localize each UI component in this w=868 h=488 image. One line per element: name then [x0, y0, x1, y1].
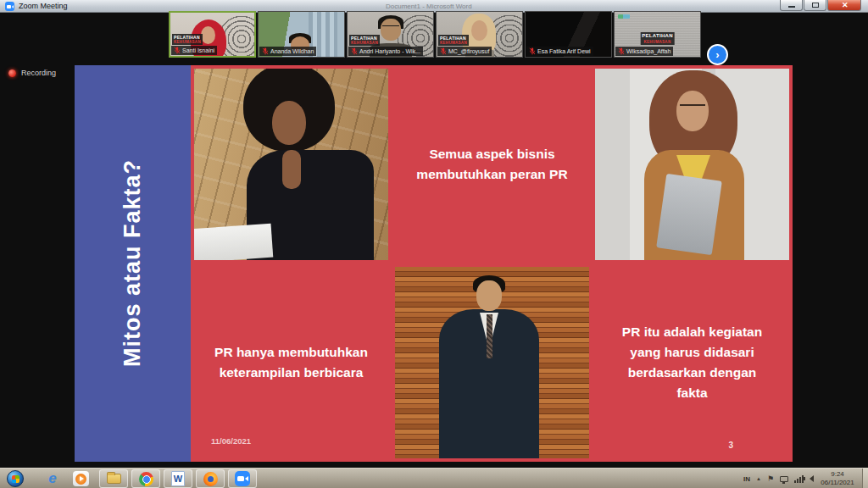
mic-muted-icon [529, 47, 536, 55]
internet-explorer-button[interactable]: e [42, 470, 63, 487]
recording-indicator: Recording [8, 69, 56, 77]
slide-card-text: PR hanya membutuhkan keterampilan berbic… [213, 342, 370, 383]
mic-muted-icon [618, 47, 625, 55]
start-button[interactable] [7, 470, 24, 487]
virtual-bg-badge: PELATIHANKEHUMASAN [172, 34, 203, 45]
slide-date: 11/06/2021 [211, 435, 251, 448]
slide-card-1: Semua aspek bisnis membutuhkan peran PR [392, 65, 593, 263]
next-participants-button[interactable]: › [707, 44, 728, 65]
participant-tile-wiksadipa[interactable]: PELATIHANKEHUMASAN Wiksadipa_Affah [614, 11, 701, 58]
background-window-title: Document1 - Microsoft Word [386, 3, 472, 10]
window-title: Zoom Meeting [19, 2, 68, 10]
participant-tile-mc[interactable]: PELATIHANKEHUMASAN MC_@firoyusuf [436, 11, 523, 58]
window-titlebar: Zoom Meeting Document1 - Microsoft Word … [0, 0, 868, 13]
firefox-button[interactable] [196, 469, 225, 488]
participant-name-label: Ananda Wildhan [259, 47, 316, 56]
media-player-button[interactable] [73, 471, 89, 486]
slide-title: Mitos atau Fakta? [120, 159, 146, 367]
maximize-icon [812, 3, 819, 8]
windows-taskbar: e W IN ▲ ⚑ 9:24 06/11/2021 [0, 468, 868, 488]
folder-icon [107, 474, 121, 484]
minimize-button[interactable] [780, 0, 803, 11]
zoom-app-icon [5, 2, 14, 11]
mic-muted-icon [174, 47, 181, 54]
file-explorer-button[interactable] [99, 469, 128, 488]
minimize-icon [788, 6, 795, 8]
slide-page-number: 3 [728, 439, 733, 452]
slide-card-3: PR itu adalah kegiatan yang harus didasa… [592, 263, 793, 462]
participant-name-label: Santi Isnaini [171, 46, 217, 55]
chrome-button[interactable] [131, 469, 160, 488]
slide-card-text: Semua aspek bisnis membutuhkan peran PR [414, 144, 570, 185]
media-player-icon [75, 474, 86, 485]
firefox-icon [203, 472, 218, 486]
recording-label: Recording [21, 69, 56, 77]
slide-card-text: PR itu adalah kegiatan yang harus didasa… [614, 322, 771, 403]
participant-tile-santi[interactable]: PELATIHANKEHUMASAN Santi Isnaini [169, 11, 256, 58]
close-icon: ✕ [842, 1, 849, 9]
zoom-icon [235, 471, 250, 486]
taskbar-clock[interactable]: 9:24 06/11/2021 [815, 470, 860, 487]
clock-time: 9:24 [815, 470, 860, 479]
slide-photo-cell [191, 65, 392, 263]
slide-photo-cell [392, 263, 593, 462]
participant-name-label: Wiksadipa_Affah [615, 47, 673, 56]
windows-logo-icon [12, 475, 19, 483]
show-desktop-button[interactable] [862, 469, 868, 488]
word-icon: W [171, 471, 185, 486]
system-tray: IN ▲ ⚑ [743, 469, 814, 488]
participant-tile-andri[interactable]: PELATIHANKEHUMASAN Andri Hariyanto - Wik… [347, 11, 434, 58]
chevron-right-icon: › [715, 49, 719, 60]
participant-name-label: Esa Fatika Arif Dewi [526, 47, 593, 56]
word-button[interactable]: W [164, 469, 192, 488]
participant-name-label: MC_@firoyusuf [437, 47, 492, 56]
close-button[interactable]: ✕ [827, 0, 861, 11]
maximize-button[interactable] [804, 0, 826, 11]
participant-tile-esa[interactable]: Esa Fatika Arif Dewi [525, 11, 612, 58]
mic-muted-icon [440, 47, 447, 55]
mic-muted-icon [262, 47, 269, 55]
language-indicator[interactable]: IN [743, 475, 750, 483]
virtual-bg-badge: PELATIHANKEHUMASAN [640, 32, 675, 45]
participant-tile-ananda[interactable]: Ananda Wildhan [258, 11, 345, 58]
volume-icon[interactable] [810, 475, 814, 482]
slide-photo-cell [592, 65, 793, 263]
zoom-taskbar-button[interactable] [228, 469, 257, 488]
photo-businesswoman-afro [194, 69, 388, 260]
zoom-meeting-window: PELATIHANKEHUMASAN Santi Isnaini Ananda … [0, 13, 868, 468]
virtual-background-logo [618, 14, 630, 19]
photo-businessman-suit [395, 267, 589, 458]
shared-screen-slide: Mitos atau Fakta? Semua aspek bisnis mem… [75, 65, 793, 462]
network-icon[interactable] [780, 476, 788, 482]
slide-card-2: PR hanya membutuhkan keterampilan berbic… [191, 263, 392, 462]
mic-muted-icon [351, 47, 358, 55]
hidden-icons-button[interactable]: ▲ [756, 476, 761, 481]
slide-title-band: Mitos atau Fakta? [75, 65, 191, 462]
ie-icon: e [48, 470, 56, 486]
clock-date: 06/11/2021 [815, 479, 860, 487]
action-center-icon[interactable]: ⚑ [767, 474, 774, 483]
virtual-bg-badge: PELATIHANKEHUMASAN [438, 35, 469, 46]
recording-dot-icon [8, 69, 16, 77]
virtual-bg-badge: PELATIHANKEHUMASAN [349, 35, 380, 46]
chrome-icon [139, 472, 153, 486]
participant-name-label: Andri Hariyanto - Wik... [348, 47, 423, 56]
photo-businesswoman-laptop [595, 69, 789, 260]
